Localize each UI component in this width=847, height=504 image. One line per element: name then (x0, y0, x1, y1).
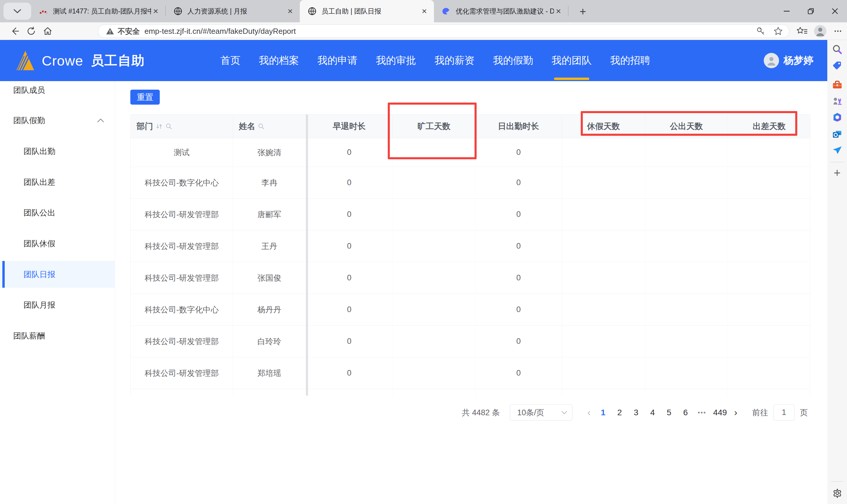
sidebar-drop-button[interactable] (831, 144, 844, 157)
cell-absent (393, 199, 476, 230)
sidebar-item-team-members[interactable]: 团队成员 (0, 81, 115, 99)
new-tab-button[interactable]: + (576, 5, 590, 18)
prev-page-button[interactable]: ‹ (583, 407, 595, 418)
browser-menu-ellipsis-icon[interactable] (833, 26, 843, 36)
goto-page-input[interactable] (774, 404, 795, 420)
security-label[interactable]: 不安全 (118, 26, 140, 36)
sidebar-customize-button[interactable]: + (831, 166, 844, 179)
sidebar-divider (831, 481, 844, 482)
sidebar-item-team-checkin[interactable]: 团队出勤 (0, 138, 115, 165)
sidebar-item-label: 团队薪酬 (13, 330, 45, 341)
tab-title: 员工自助 | 团队日报 (322, 7, 420, 16)
next-page-button[interactable]: › (730, 407, 742, 418)
sidebar-outlook-button[interactable] (831, 128, 844, 141)
cell-department: 科技公司-研发管理部 (131, 230, 233, 262)
cell-department: 科技公司-数字化中心 (131, 167, 233, 199)
reset-button[interactable]: 重置 (130, 90, 160, 105)
back-button[interactable] (6, 24, 23, 38)
column-header-name[interactable]: 姓名 (233, 114, 306, 138)
sidebar-settings-button[interactable] (831, 487, 844, 500)
browser-window: 测试 #1477: 员工自助-团队月报中 × 人力资源系统 | 月报 × 员工自… (0, 0, 847, 504)
crowe-logo-icon (14, 50, 35, 71)
page-number-2[interactable]: 2 (614, 408, 625, 417)
table-row[interactable]: 科技公司-数字化中心 杨丹丹 0 0 (131, 294, 810, 326)
cell-name: 杨丹丹 (233, 294, 306, 326)
table-row[interactable]: 科技公司-研发管理部 唐郦军 0 0 (131, 199, 810, 230)
sidebar-item-team-leave[interactable]: 团队休假 (0, 230, 115, 257)
sidebar-group-team-attendance[interactable]: 团队假勤 (0, 107, 115, 134)
window-minimize-button[interactable] (775, 0, 799, 22)
close-icon[interactable]: × (420, 7, 429, 16)
column-header-early-leave-hours[interactable]: 早退时长 (306, 114, 393, 138)
sidebar-item-team-salary[interactable]: 团队薪酬 (0, 322, 115, 349)
sidebar-item-team-official-out[interactable]: 团队公出 (0, 199, 115, 226)
nav-item-my-salary[interactable]: 我的薪资 (433, 40, 476, 81)
table-row[interactable]: 科技公司-数字化中心 李冉 0 0 (131, 167, 810, 199)
sidebar-shopping-button[interactable] (831, 59, 844, 72)
minimize-icon (782, 7, 791, 15)
nav-item-home[interactable]: 首页 (219, 40, 242, 81)
favorite-star-icon[interactable] (773, 26, 783, 36)
column-header-department[interactable]: 部门 (131, 114, 233, 138)
close-icon[interactable]: × (286, 7, 294, 16)
user-menu[interactable]: 杨梦婷 (764, 40, 813, 81)
column-search-icon[interactable] (258, 123, 265, 130)
favorites-bar-icon[interactable] (796, 26, 808, 36)
nav-item-my-team[interactable]: 我的团队 (550, 40, 593, 81)
nav-item-my-approvals[interactable]: 我的审批 (375, 40, 417, 81)
close-icon[interactable]: × (151, 7, 160, 16)
cell-early-leave: 0 (306, 262, 393, 294)
url-text[interactable]: emp-test.zjf-it.cn/#/team/fakeDuty/dayRe… (144, 27, 756, 36)
nav-item-my-attendance[interactable]: 我的假勤 (492, 40, 534, 81)
more-pages-ellipsis[interactable]: ••• (697, 409, 707, 416)
nav-item-my-profile[interactable]: 我的档案 (258, 40, 300, 81)
sidebar-item-label: 团队公出 (23, 208, 55, 218)
tab-search-dropdown-button[interactable] (3, 3, 31, 20)
tab-deepseek-chat[interactable]: 优化需求管理与团队激励建议 - De × (434, 0, 568, 22)
sort-icon[interactable] (155, 123, 163, 130)
window-restore-button[interactable] (799, 0, 823, 22)
sidebar-item-team-day-report[interactable]: 团队日报 (0, 261, 115, 288)
table-row[interactable]: 科技公司-研发管理部 白玲玲 0 0 (131, 326, 810, 357)
tab-redmine-issue[interactable]: 测试 #1477: 员工自助-团队月报中 × (31, 0, 165, 22)
address-toolbar: 不安全 emp-test.zjf-it.cn/#/team/fakeDuty/d… (0, 22, 847, 40)
page-size-select[interactable]: 10条/页 (510, 404, 572, 420)
page-number-5[interactable]: 5 (664, 408, 674, 417)
fixed-column-divider (306, 114, 308, 396)
sidebar-tools-button[interactable] (831, 78, 844, 91)
table-row[interactable]: 科技公司-研发管理部 王丹 0 0 (131, 230, 810, 262)
window-close-button[interactable] (823, 0, 847, 22)
sidebar-item-label: 团队月报 (23, 300, 55, 310)
sidebar-item-team-month-report[interactable]: 团队月报 (0, 291, 115, 318)
nav-item-my-recruiting[interactable]: 我的招聘 (609, 40, 651, 81)
address-bar[interactable]: 不安全 emp-test.zjf-it.cn/#/team/fakeDuty/d… (98, 24, 789, 38)
password-key-icon[interactable] (756, 26, 765, 36)
page-number-1[interactable]: 1 (598, 408, 608, 417)
page-number-6[interactable]: 6 (680, 408, 691, 417)
sidebar-search-button[interactable] (831, 43, 844, 56)
refresh-button[interactable] (23, 24, 39, 38)
tab-hr-system[interactable]: 人力资源系统 | 月报 × (166, 0, 300, 22)
column-label: 部门 (137, 121, 153, 132)
page-number-449[interactable]: 449 (713, 408, 727, 417)
column-header-daily-attendance-hours[interactable]: 日出勤时长 (476, 114, 562, 138)
outlook-icon (832, 129, 843, 140)
browser-profile-avatar[interactable] (814, 25, 826, 37)
sidebar-games-button[interactable] (831, 94, 844, 107)
sidebar-m365-button[interactable] (831, 111, 844, 124)
table-row[interactable]: 科技公司-研发管理部 郑培瑶 0 0 (131, 357, 810, 389)
nav-item-my-applications[interactable]: 我的申请 (316, 40, 359, 81)
close-icon[interactable]: × (554, 7, 563, 16)
tab-team-day-report-active[interactable]: 员工自助 | 团队日报 × (300, 0, 434, 22)
globe-icon (308, 6, 317, 16)
page-number-4[interactable]: 4 (647, 408, 658, 417)
annotation-box-days-columns (581, 111, 797, 136)
tab-strip: 测试 #1477: 员工自助-团队月报中 × 人力资源系统 | 月报 × 员工自… (0, 0, 847, 22)
sidebar-item-team-business-trip[interactable]: 团队出差 (0, 169, 115, 195)
table-row[interactable]: 科技公司-研发管理部 张国俊 0 0 (131, 262, 810, 294)
back-arrow-icon (10, 26, 20, 36)
cell-name: 王丹 (233, 230, 306, 262)
home-button[interactable] (39, 24, 56, 38)
column-search-icon[interactable] (165, 123, 172, 130)
page-number-3[interactable]: 3 (631, 408, 641, 417)
